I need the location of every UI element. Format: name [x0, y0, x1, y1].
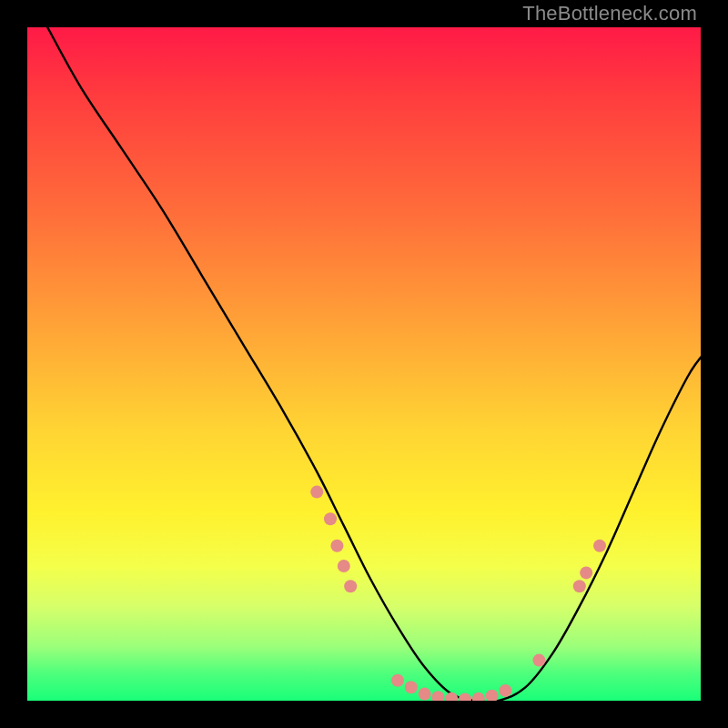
curve-marker: [338, 560, 350, 572]
bottleneck-curve: [47, 27, 701, 701]
chart-stage: TheBottleneck.com: [0, 0, 728, 728]
curve-marker: [593, 540, 606, 552]
curve-marker: [310, 486, 323, 499]
curve-marker: [344, 580, 357, 592]
curve-marker: [499, 684, 511, 697]
chart-overlay: [27, 27, 701, 701]
curve-marker: [391, 674, 404, 687]
curve-marker: [419, 688, 431, 701]
curve-marker: [532, 654, 545, 667]
curve-marker-group: [310, 486, 606, 701]
curve-marker: [580, 566, 592, 579]
curve-marker: [431, 691, 444, 701]
curve-marker: [459, 693, 471, 702]
curve-marker: [405, 681, 418, 693]
watermark-text: TheBottleneck.com: [522, 2, 697, 25]
curve-marker: [573, 580, 586, 592]
plot-area: [27, 27, 701, 701]
curve-marker: [486, 690, 499, 701]
curve-marker: [330, 540, 343, 552]
curve-marker: [324, 512, 337, 525]
curve-marker: [445, 693, 458, 701]
curve-marker: [472, 693, 485, 701]
